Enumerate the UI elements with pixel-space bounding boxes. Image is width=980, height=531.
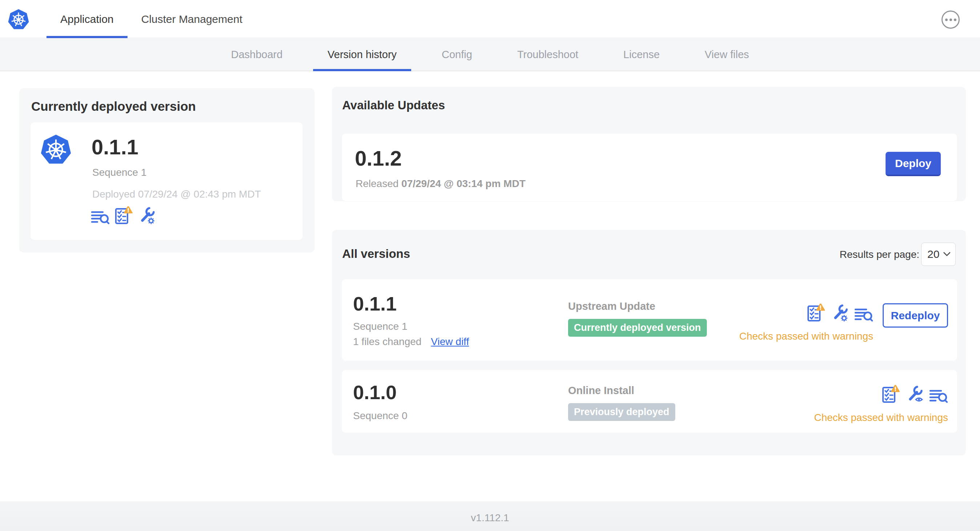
- tab-dashboard[interactable]: Dashboard: [208, 38, 305, 71]
- currently-deployed-version-tile: 0.1.1 Sequence 1 Deployed 07/29/24 @ 02:…: [30, 122, 302, 240]
- version-row-info: 0.1.0 Sequence 0: [353, 381, 407, 422]
- available-updates-card: Available Updates 0.1.2 Released 07/29/2…: [332, 87, 966, 201]
- row-sequence-label: Sequence 1: [353, 321, 469, 332]
- tab-application[interactable]: Application: [46, 0, 127, 38]
- currently-deployed-title: Currently deployed version: [31, 99, 196, 114]
- available-updates-title: Available Updates: [342, 99, 445, 112]
- update-released-timestamp: Released 07/29/24 @ 03:14 pm MDT: [356, 178, 526, 189]
- tab-license[interactable]: License: [601, 38, 682, 71]
- preflight-checks-warning-icon[interactable]: [115, 206, 133, 224]
- current-sequence-label: Sequence 1: [92, 167, 146, 178]
- ellipsis-icon: [945, 19, 948, 21]
- tab-config[interactable]: Config: [419, 38, 495, 71]
- view-diff-link[interactable]: View diff: [431, 336, 469, 348]
- currently-deployed-badge: Currently deployed version: [568, 319, 707, 337]
- edit-config-icon[interactable]: [138, 206, 156, 224]
- app-kubernetes-icon: [41, 133, 71, 165]
- top-navigation-bar: Application Cluster Management: [0, 0, 980, 38]
- current-deployed-timestamp: Deployed 07/29/24 @ 02:43 pm MDT: [92, 189, 261, 200]
- redeploy-button[interactable]: Redeploy: [883, 303, 948, 328]
- currently-deployed-card: Currently deployed version 0.1.1 Sequenc…: [19, 88, 315, 253]
- top-tabs: Application Cluster Management: [46, 0, 256, 38]
- preflight-status-text: Checks passed with warnings: [739, 331, 873, 342]
- all-versions-title: All versions: [342, 247, 410, 261]
- version-row-actions: Checks passed with warnings Redeploy: [739, 303, 948, 342]
- tab-cluster-management-label: Cluster Management: [141, 13, 242, 25]
- deploy-button[interactable]: Deploy: [886, 152, 941, 176]
- preflight-checks-warning-icon[interactable]: [882, 385, 900, 403]
- row-sequence-label: Sequence 0: [353, 410, 407, 422]
- update-row: 0.1.2 Released 07/29/24 @ 03:14 pm MDT D…: [342, 134, 957, 201]
- current-version-actions: [91, 206, 156, 224]
- kubernetes-logo-icon: [8, 9, 29, 30]
- deploy-logs-icon[interactable]: [929, 388, 948, 403]
- app-sub-navigation: Dashboard Version history Config Trouble…: [0, 38, 980, 71]
- row-files-changed: 1 files changed View diff: [353, 336, 469, 348]
- view-config-icon[interactable]: [906, 385, 923, 403]
- update-version-number: 0.1.2: [355, 146, 402, 170]
- previously-deployed-badge: Previously deployed: [568, 403, 675, 421]
- edit-config-icon[interactable]: [831, 303, 848, 322]
- more-options-button[interactable]: [942, 11, 960, 29]
- preflight-status-text: Checks passed with warnings: [814, 412, 948, 423]
- row-version-number: 0.1.0: [353, 381, 407, 404]
- tab-troubleshoot[interactable]: Troubleshoot: [495, 38, 601, 71]
- deploy-logs-icon[interactable]: [91, 209, 110, 224]
- version-row-info: 0.1.1 Sequence 1 1 files changed View di…: [353, 293, 469, 348]
- version-history-page: Application Cluster Management Dashboard…: [0, 0, 980, 531]
- version-row-0-1-1: 0.1.1 Sequence 1 1 files changed View di…: [342, 279, 957, 361]
- tab-version-history[interactable]: Version history: [305, 38, 419, 71]
- deploy-logs-icon[interactable]: [854, 307, 873, 322]
- results-per-page-label: Results per page:: [840, 249, 920, 261]
- results-per-page-select[interactable]: 20: [921, 243, 956, 266]
- version-row-actions: Checks passed with warnings: [814, 385, 948, 423]
- tab-application-label: Application: [60, 13, 114, 25]
- row-version-number: 0.1.1: [353, 293, 469, 315]
- chevron-down-icon: [943, 251, 951, 257]
- version-row-source: Online Install Previously deployed: [568, 385, 675, 421]
- results-per-page: Results per page: 20: [792, 230, 956, 266]
- row-source-label: Upstream Update: [568, 300, 707, 312]
- preflight-checks-warning-icon[interactable]: [807, 304, 825, 322]
- admin-console-version: v1.112.1: [471, 512, 509, 531]
- tab-cluster-management[interactable]: Cluster Management: [127, 0, 256, 38]
- tab-view-files[interactable]: View files: [682, 38, 772, 71]
- results-per-page-value: 20: [928, 248, 939, 261]
- version-row-source: Upstream Update Currently deployed versi…: [568, 300, 707, 337]
- page-footer: v1.112.1: [0, 501, 980, 531]
- row-source-label: Online Install: [568, 385, 675, 397]
- current-version-number: 0.1.1: [92, 135, 138, 159]
- version-row-0-1-0: 0.1.0 Sequence 0 Online Install Previous…: [342, 370, 957, 432]
- all-versions-card: All versions Results per page: 20 0.1.1 …: [332, 230, 966, 455]
